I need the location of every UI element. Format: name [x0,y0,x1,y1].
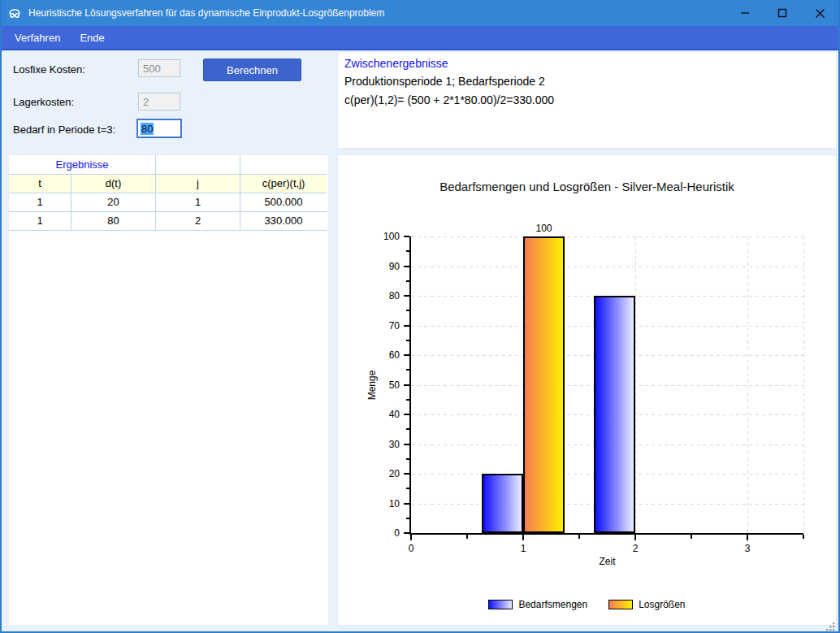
lagerkosten-label: Lagerkosten: [13,96,74,108]
gridline-h [411,236,803,237]
legend-item-losgrößen: Losgrößen [608,599,685,610]
menu-item-verfahren[interactable]: Verfahren [15,32,60,44]
y-tick-label: 70 [372,320,400,332]
y-tick [404,354,409,356]
cell: 330.000 [240,212,327,231]
bar-value-label: 100 [528,223,561,234]
legend-label: Losgrößen [639,599,685,610]
legend-label: Bedarfsmengen [518,599,587,610]
x-tick-label: 3 [735,543,760,554]
y-tick [404,236,409,237]
bar-bedarfsmengen-t2 [594,296,635,533]
y-tick [406,488,409,489]
close-button[interactable] [801,0,838,26]
table-row[interactable]: 1 20 1 500.000 [9,193,328,212]
col-header-dt: d(t) [71,175,156,193]
y-tick [406,399,409,401]
y-tick [406,250,409,252]
y-tick [404,414,409,415]
y-tick [406,518,409,519]
x-tick [747,535,748,540]
y-tick [404,325,409,327]
window-controls [726,0,838,26]
y-axis-title: Menge [366,361,378,410]
table-row[interactable]: 1 80 2 330.000 [9,212,328,231]
intermediate-results-title: Zwischenergebnisse [344,54,829,72]
lagerkosten-field[interactable] [138,93,180,111]
bar-bedarfsmengen-t1 [482,474,523,533]
y-tick [404,503,409,505]
y-tick-label: 80 [372,290,400,301]
cell: 1 [9,212,71,231]
maximize-button[interactable] [764,0,801,26]
y-tick [406,310,409,311]
x-tick-label: 2 [623,543,647,554]
x-tick [578,535,580,539]
window-body: Losfixe Kosten: Berechnen Lagerkosten: B… [2,50,838,631]
y-tick [406,458,409,460]
gridline-h [411,267,803,267]
berechnen-button[interactable]: Berechnen [203,59,301,81]
y-tick [406,340,409,341]
y-tick-label: 40 [372,409,400,420]
cell: 500.000 [240,193,327,212]
y-tick-label: 0 [372,527,400,539]
y-tick-label: 30 [372,439,400,450]
chart-panel: Bedarfsmengen und Losgrößen - Silver-Mea… [337,154,837,626]
gridline-v [747,236,748,533]
bedarf-field-selected-text: 80 [141,123,154,135]
y-tick-label: 100 [372,231,400,242]
chart-legend: BedarfsmengenLosgrößen [338,599,836,610]
cell: 1 [156,193,240,212]
window-title: Heuristische Lösungsverfahren für das dy… [28,7,726,19]
bar-losgrößen-t1 [523,236,565,533]
losfixe-kosten-field[interactable] [138,59,180,77]
col-header-j: j [156,175,240,193]
resize-grip-icon [825,622,835,631]
losfixe-kosten-label: Losfixe Kosten: [13,63,85,76]
col-header-t: t [9,175,71,193]
app-window: Heuristische Lösungsverfahren für das dy… [0,0,840,633]
legend-item-bedarfsmengen: Bedarfsmengen [488,599,587,610]
intermediate-results-panel: Zwischenergebnisse Produktionsperiode 1;… [337,51,837,149]
cell: 1 [9,193,71,212]
x-tick [803,535,804,539]
x-axis [409,533,803,535]
results-caption: Ergebnisse [9,155,156,175]
menu-bar: Verfahren Ende [2,26,838,50]
results-panel: Ergebnisse t d(t) j c(per)(t,j) 1 20 1 5… [8,154,329,626]
y-tick [406,369,409,371]
y-tick [404,295,409,297]
cell: 2 [156,212,240,231]
legend-swatch-icon [608,600,633,609]
x-tick-label: 0 [399,543,423,554]
bedarf-label: Bedarf in Periode t=3: [13,124,115,136]
y-tick [406,428,409,430]
intermediate-line: Produktionsperiode 1; Bedarfsperiode 2 [344,72,829,91]
y-tick-label: 10 [372,498,400,509]
bedarf-field[interactable]: 80 [136,119,182,138]
y-tick-label: 20 [372,468,400,479]
x-tick [691,535,692,539]
resize-grip[interactable] [825,620,835,630]
y-tick [404,444,409,445]
x-tick [466,535,468,539]
minimize-button[interactable] [726,0,764,26]
x-tick [522,535,524,540]
results-header-row: t d(t) j c(per)(t,j) [9,175,328,193]
title-bar[interactable]: Heuristische Lösungsverfahren für das dy… [2,0,838,26]
menu-item-ende[interactable]: Ende [80,32,104,44]
bar-chart: Bedarfsmengen und Losgrößen - Silver-Mea… [338,155,836,625]
results-caption-spacer [240,155,327,175]
y-tick [404,266,409,267]
y-tick [406,280,409,282]
cell: 20 [71,193,156,212]
y-axis [409,236,411,535]
y-tick-label: 90 [372,261,400,272]
chart-title: Bedarfsmengen und Losgrößen - Silver-Mea… [338,180,836,193]
minimize-icon [740,8,750,18]
results-caption-row: Ergebnisse [9,155,328,175]
x-tick-label: 1 [511,543,535,554]
y-tick-label: 60 [372,349,400,361]
legend-swatch-icon [488,600,513,609]
